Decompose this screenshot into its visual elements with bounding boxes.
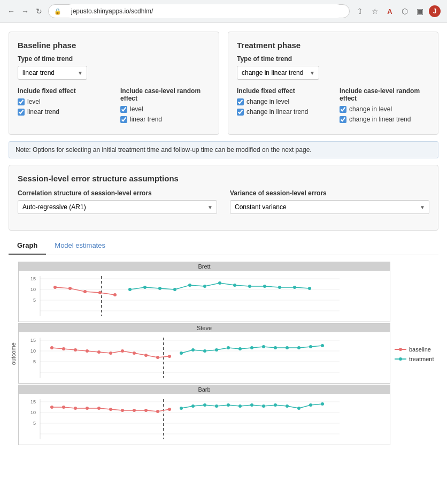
legend-treatment: treatment bbox=[395, 356, 438, 362]
baseline-random-trend-checkbox[interactable] bbox=[120, 116, 127, 123]
svg-point-69 bbox=[50, 406, 53, 409]
svg-point-37 bbox=[62, 347, 65, 350]
treatment-random-level[interactable]: change in level bbox=[340, 105, 429, 113]
forward-button[interactable]: → bbox=[20, 6, 30, 16]
svg-point-41 bbox=[109, 352, 112, 355]
back-button[interactable]: ← bbox=[6, 6, 16, 16]
svg-point-78 bbox=[156, 410, 159, 413]
chart-brett: Brett 15 10 5 bbox=[18, 262, 390, 322]
svg-point-43 bbox=[133, 352, 136, 355]
svg-point-84 bbox=[227, 403, 230, 407]
svg-text:15: 15 bbox=[30, 399, 36, 404]
corr-select-wrapper[interactable]: Independent Auto-regressive (AR1) Moving… bbox=[18, 200, 217, 214]
treatment-fixed-trend-label: change in linear trend bbox=[246, 108, 308, 116]
baseline-fixed-trend[interactable]: linear trend bbox=[18, 108, 107, 116]
chart-barb: Barb 15 10 5 bbox=[18, 385, 390, 445]
svg-point-96 bbox=[399, 357, 402, 361]
baseline-random-trend[interactable]: linear trend bbox=[120, 116, 210, 123]
treatment-random-level-label: change in level bbox=[349, 105, 392, 113]
chart-barb-svg: 15 10 5 bbox=[19, 394, 345, 445]
baseline-trend-select[interactable]: no trend linear trend bbox=[18, 66, 87, 80]
var-label: Variance of session-level errors bbox=[230, 189, 429, 197]
svg-point-87 bbox=[262, 404, 265, 408]
svg-point-48 bbox=[191, 348, 195, 352]
treatment-panel: Treatment phase Type of time trend no tr… bbox=[228, 32, 438, 135]
treatment-fixed-level-checkbox[interactable] bbox=[237, 98, 244, 105]
svg-point-14 bbox=[128, 288, 132, 291]
bookmark-icon[interactable]: ☆ bbox=[369, 5, 381, 17]
treatment-trend-select[interactable]: no trend change in level change in linea… bbox=[237, 66, 319, 80]
svg-text:15: 15 bbox=[30, 338, 36, 343]
note-text: Note: Options for selecting an initial t… bbox=[16, 146, 312, 154]
baseline-trend-select-wrapper[interactable]: no trend linear trend ▼ bbox=[18, 66, 87, 80]
svg-point-24 bbox=[278, 286, 281, 289]
svg-point-46 bbox=[168, 355, 171, 358]
tab-model-estimates[interactable]: Model estimates bbox=[46, 237, 114, 255]
refresh-button[interactable]: ↻ bbox=[34, 6, 44, 16]
baseline-fixed-level-checkbox[interactable] bbox=[18, 98, 25, 105]
svg-text:10: 10 bbox=[30, 410, 36, 415]
svg-point-80 bbox=[180, 407, 183, 410]
svg-point-12 bbox=[98, 291, 102, 294]
baseline-fixed-trend-checkbox[interactable] bbox=[18, 109, 25, 116]
svg-point-57 bbox=[297, 346, 300, 349]
extension-icon[interactable]: ⬡ bbox=[399, 5, 411, 17]
sidebar-icon[interactable]: ▣ bbox=[414, 5, 426, 17]
baseline-random-level-checkbox[interactable] bbox=[120, 106, 127, 113]
svg-text:5: 5 bbox=[33, 359, 36, 364]
svg-text:15: 15 bbox=[30, 276, 36, 281]
corr-select[interactable]: Independent Auto-regressive (AR1) Moving… bbox=[18, 200, 217, 214]
svg-point-22 bbox=[248, 285, 251, 288]
svg-point-58 bbox=[309, 345, 312, 348]
share-icon[interactable]: ⇧ bbox=[354, 5, 366, 17]
baseline-fixed-level[interactable]: level bbox=[18, 98, 107, 105]
browser-bar: ← → ↻ 🔒 ⇧ ☆ A ⬡ ▣ J bbox=[0, 0, 447, 23]
svg-point-56 bbox=[286, 346, 289, 349]
var-select[interactable]: Constant variance Heterogeneous across p… bbox=[230, 200, 429, 214]
chart-brett-svg: 15 10 5 bbox=[19, 271, 345, 322]
svg-point-50 bbox=[215, 348, 218, 352]
svg-point-79 bbox=[168, 408, 171, 411]
svg-point-9 bbox=[53, 286, 57, 289]
tab-graph[interactable]: Graph bbox=[9, 237, 46, 255]
svg-point-91 bbox=[309, 403, 312, 407]
svg-text:10: 10 bbox=[30, 348, 36, 354]
baseline-random-level[interactable]: level bbox=[120, 105, 210, 113]
treatment-random-level-checkbox[interactable] bbox=[340, 106, 346, 113]
treatment-trend-label: Type of time trend bbox=[237, 55, 429, 63]
user-avatar[interactable]: J bbox=[429, 5, 441, 17]
svg-text:10: 10 bbox=[30, 287, 36, 292]
treatment-title: Treatment phase bbox=[237, 41, 429, 50]
svg-point-83 bbox=[215, 404, 218, 408]
svg-point-44 bbox=[144, 354, 148, 357]
svg-point-40 bbox=[97, 350, 101, 354]
svg-point-54 bbox=[262, 345, 265, 348]
svg-point-81 bbox=[191, 404, 195, 408]
svg-point-52 bbox=[238, 347, 242, 350]
treatment-random-trend-checkbox[interactable] bbox=[340, 116, 346, 123]
svg-text:5: 5 bbox=[33, 297, 36, 303]
svg-point-23 bbox=[263, 285, 266, 288]
svg-point-18 bbox=[188, 284, 191, 287]
treatment-fixed-trend-checkbox[interactable] bbox=[237, 109, 244, 116]
charts-and-legend: Brett 15 10 5 bbox=[18, 262, 438, 446]
svg-point-71 bbox=[74, 407, 77, 410]
treatment-fixed-level[interactable]: change in level bbox=[237, 98, 327, 105]
svg-point-39 bbox=[86, 349, 89, 353]
svg-point-49 bbox=[203, 349, 206, 353]
treatment-random-trend[interactable]: change in linear trend bbox=[340, 116, 429, 123]
svg-point-17 bbox=[173, 288, 176, 291]
address-input[interactable] bbox=[65, 4, 344, 18]
legend-baseline-icon bbox=[395, 346, 406, 353]
corr-label: Correlation structure of session-level e… bbox=[18, 189, 217, 197]
phases-row: Baseline phase Type of time trend no tre… bbox=[9, 32, 438, 135]
treatment-trend-select-wrapper[interactable]: no trend change in level change in linea… bbox=[237, 66, 319, 80]
var-select-wrapper[interactable]: Constant variance Heterogeneous across p… bbox=[230, 200, 429, 214]
tabs-bar: Graph Model estimates bbox=[9, 237, 438, 255]
treatment-fixed-trend[interactable]: change in linear trend bbox=[237, 108, 327, 116]
chart-barb-header: Barb bbox=[19, 385, 390, 394]
chart-area: outcome Brett 15 bbox=[9, 259, 438, 448]
charts-main: Brett 15 10 5 bbox=[18, 262, 390, 446]
y-axis-label: outcome bbox=[10, 342, 17, 365]
acrobat-icon[interactable]: A bbox=[384, 5, 396, 17]
